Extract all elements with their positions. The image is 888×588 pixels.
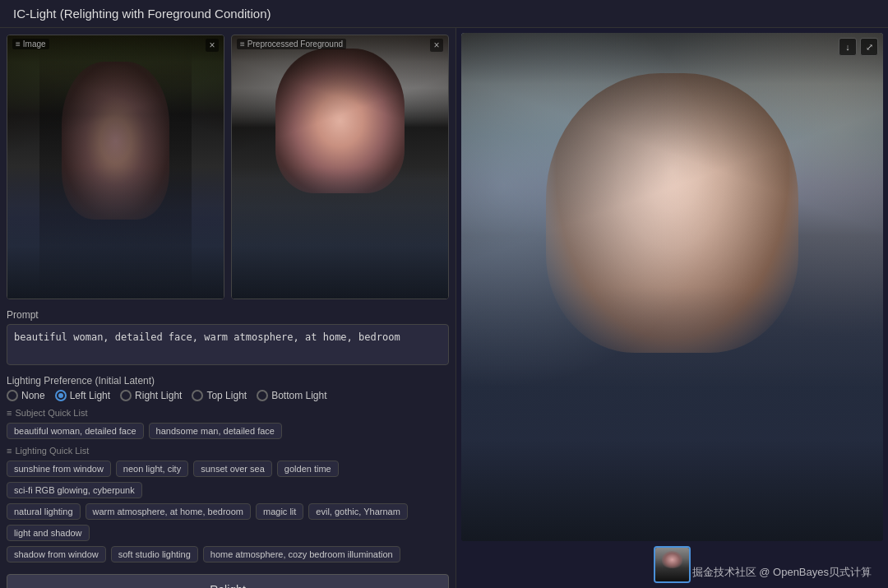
lighting-tag-evil[interactable]: evil, gothic, Yharnam — [308, 503, 408, 520]
output-hair-overlay — [461, 33, 883, 541]
thumb-inner-1 — [655, 548, 689, 581]
clothing-overlay-2 — [232, 167, 448, 299]
lighting-label: Lighting Preference (Initial Latent) — [7, 375, 449, 387]
radio-bottom-light-circle[interactable] — [257, 390, 268, 401]
subject-quick-list-header: Subject Quick List — [7, 408, 449, 418]
title-bar: IC-Light (Relighting with Foreground Con… — [0, 0, 888, 28]
lighting-tag-magic[interactable]: magic lit — [256, 503, 303, 520]
prompt-label: Prompt — [7, 309, 449, 321]
woman-image-1 — [7, 35, 224, 299]
clothing-overlay-1 — [7, 167, 224, 299]
hair-overlay-1 — [7, 35, 224, 299]
radio-right-light-circle[interactable] — [120, 390, 132, 401]
radio-bottom-light-label: Bottom Light — [271, 390, 326, 401]
subject-tags-row: beautiful woman, detailed face handsome … — [7, 423, 449, 439]
lighting-tags-row-1: sunshine from window neon light, city su… — [7, 461, 449, 498]
image-box-2: Preprocessed Foreground × — [231, 35, 449, 299]
radio-top-light-label: Top Light — [206, 390, 247, 401]
relight-button[interactable]: Relight — [7, 574, 449, 588]
image-row: Image × Preprocessed Foreground × — [7, 35, 449, 299]
lighting-tag-studio[interactable]: soft studio lighting — [111, 546, 198, 563]
subject-tag-1[interactable]: beautiful woman, detailed face — [7, 423, 144, 439]
main-layout: Image × Preprocessed Foreground × — [0, 28, 888, 588]
image-box-1: Image × — [7, 35, 224, 299]
lighting-section: Lighting Preference (Initial Latent) Non… — [7, 375, 449, 401]
lighting-quick-list-header: Lighting Quick List — [7, 446, 449, 456]
fullscreen-button[interactable]: ⤢ — [860, 38, 878, 56]
radio-left-light-circle[interactable] — [55, 390, 67, 401]
download-button[interactable]: ↓ — [839, 38, 857, 56]
thumbnail-row — [654, 546, 691, 583]
subject-tag-2[interactable]: handsome man, detailed face — [149, 423, 282, 439]
app-title: IC-Light (Relighting with Foreground Con… — [13, 7, 875, 21]
lighting-tag-shadow-window[interactable]: shadow from window — [7, 546, 106, 563]
right-panel: ↓ ⤢ 掘金技术社区 @ OpenBayes贝式计算 — [456, 28, 888, 588]
hair-overlay-2 — [232, 35, 448, 299]
lighting-tag-home-atm[interactable]: home atmosphere, cozy bedroom illuminati… — [203, 546, 400, 563]
radio-left-light[interactable]: Left Light — [55, 390, 110, 401]
radio-right-light[interactable]: Right Light — [120, 390, 182, 401]
lighting-tags-row-3: shadow from window soft studio lighting … — [7, 546, 449, 563]
lighting-tag-sunshine[interactable]: sunshine from window — [7, 461, 111, 477]
radio-top-light-circle[interactable] — [192, 390, 203, 401]
lighting-radio-group: None Left Light Right Light Top Light — [7, 390, 449, 401]
lighting-tag-golden[interactable]: golden time — [277, 461, 339, 477]
lighting-tag-scifi[interactable]: sci-fi RGB glowing, cyberpunk — [7, 482, 142, 498]
radio-left-light-label: Left Light — [70, 390, 110, 401]
radio-none[interactable]: None — [7, 390, 45, 401]
watermark-text: 掘金技术社区 @ OpenBayes贝式计算 — [692, 566, 872, 578]
radio-none-circle[interactable] — [7, 390, 18, 401]
watermark: 掘金技术社区 @ OpenBayes贝式计算 — [692, 565, 872, 580]
output-image-container: ↓ ⤢ — [461, 33, 883, 541]
woman-image-2 — [232, 35, 448, 299]
image-close-btn-1[interactable]: × — [206, 39, 219, 52]
lighting-tag-sunset[interactable]: sunset over sea — [193, 461, 272, 477]
output-clothing-overlay — [461, 287, 883, 541]
radio-right-light-label: Right Light — [135, 390, 182, 401]
output-image — [461, 33, 883, 541]
lighting-tag-warm[interactable]: warm atmosphere, at home, bedroom — [86, 503, 251, 520]
thumbnail-1[interactable] — [654, 546, 691, 583]
radio-none-label: None — [21, 390, 45, 401]
image-preview-1 — [7, 35, 224, 299]
controls-section: Prompt beautiful woman, detailed face, w… — [7, 306, 449, 588]
lighting-tags-row-2: natural lighting warm atmosphere, at hom… — [7, 503, 449, 541]
radio-top-light[interactable]: Top Light — [192, 390, 247, 401]
left-panel: Image × Preprocessed Foreground × — [0, 28, 456, 588]
lighting-tag-natural[interactable]: natural lighting — [7, 503, 81, 520]
image-preview-2 — [232, 35, 448, 299]
radio-bottom-light[interactable]: Bottom Light — [257, 390, 326, 401]
image-label-2: Preprocessed Foreground — [237, 39, 346, 49]
output-buttons: ↓ ⤢ — [839, 38, 878, 56]
subject-quick-list-section: Subject Quick List beautiful woman, deta… — [7, 408, 449, 439]
lighting-tag-shadow[interactable]: light and shadow — [7, 525, 90, 541]
lighting-quick-list-section: Lighting Quick List sunshine from window… — [7, 446, 449, 563]
prompt-input[interactable]: beautiful woman, detailed face, warm atm… — [7, 324, 449, 365]
lighting-tag-neon[interactable]: neon light, city — [116, 461, 188, 477]
image-close-btn-2[interactable]: × — [430, 39, 443, 52]
image-label-1: Image — [12, 39, 49, 49]
